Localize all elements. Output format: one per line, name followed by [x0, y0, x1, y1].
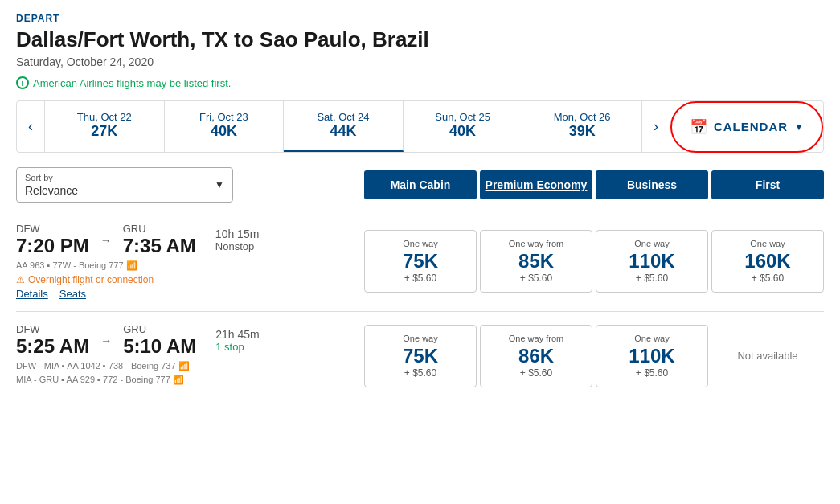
date-price-2: 44K: [290, 123, 396, 140]
flight-row-0-inner: DFW 7:20 PM → GRU 7:35 AM 10h 15m Nonsto…: [16, 223, 824, 300]
flight-arrow-0: →: [100, 234, 112, 247]
flight-depart-code-0: DFW: [16, 223, 89, 235]
sort-caret-icon: ▼: [215, 179, 224, 191]
date-nav-item-2[interactable]: Sat, Oct 24 44K: [284, 101, 404, 152]
price-cell-0-1[interactable]: One way from 85K + $5.60: [480, 230, 592, 293]
flight-row-0: DFW 7:20 PM → GRU 7:35 AM 10h 15m Nonsto…: [16, 211, 824, 311]
flight-duration-1: 21h 45m: [215, 328, 259, 341]
price-cell-1-1[interactable]: One way from 86K + $5.60: [480, 325, 592, 387]
date-label-3: Sun, Oct 25: [410, 111, 516, 123]
flight-arrive-block-0: GRU 7:35 AM: [123, 223, 196, 257]
flight-duration-col-0: 10h 15m Nonstop: [215, 227, 259, 252]
flight-duration-col-1: 21h 45m 1 stop: [215, 328, 259, 353]
price-cells-0: One way 75K + $5.60 One way from 85K + $…: [364, 230, 824, 293]
flight-seats-link-0[interactable]: Seats: [59, 288, 86, 300]
price-fee-0-3: + $5.60: [719, 272, 817, 284]
date-label-1: Fri, Oct 23: [171, 111, 277, 123]
price-label-1-0: One way: [371, 334, 469, 343]
date-price-0: 27K: [51, 123, 158, 140]
price-fee-0-0: + $5.60: [371, 272, 469, 284]
date-nav-bar: ‹ Thu, Oct 22 27K Fri, Oct 23 40K Sat, O…: [16, 100, 824, 153]
price-fee-1-1: + $5.60: [487, 367, 585, 379]
flight-info-row-1a: DFW - MIA ▪ AA 1042 ▪ 738 - Boeing 737 📶: [16, 361, 362, 371]
route-title: Dallas/Fort Worth, TX to Sao Paulo, Braz…: [16, 27, 824, 52]
flight-arrive-time-1: 5:10 AM: [123, 335, 196, 358]
price-fee-1-0: + $5.60: [371, 367, 469, 379]
flight-row-1: DFW 5:25 AM → GRU 5:10 AM 21h 45m 1 stop…: [16, 311, 824, 400]
flight-row-1-inner: DFW 5:25 AM → GRU 5:10 AM 21h 45m 1 stop…: [16, 323, 824, 388]
calendar-button[interactable]: 📅 CALENDAR ▼: [670, 101, 823, 152]
cabin-business-button[interactable]: Business: [596, 170, 708, 199]
date-nav-item-0[interactable]: Thu, Oct 22 27K: [45, 101, 165, 152]
flight-details-link-0[interactable]: Details: [16, 288, 48, 300]
price-fee-0-2: + $5.60: [603, 272, 701, 284]
sort-select[interactable]: Sort by Relevance ▼: [16, 167, 233, 203]
flight-info-row-1b: MIA - GRU ▪ AA 929 ▪ 772 - Boeing 777 📶: [16, 375, 362, 385]
flight-arrow-1: →: [100, 334, 112, 347]
date-label-4: Mon, Oct 26: [529, 111, 635, 123]
price-label-0-3: One way: [719, 239, 817, 248]
price-amount-1-2: 110K: [603, 345, 701, 367]
price-fee-1-2: + $5.60: [603, 367, 701, 379]
date-price-3: 40K: [410, 123, 516, 140]
info-icon: i: [16, 76, 29, 89]
price-amount-0-1: 85K: [487, 250, 585, 272]
date-nav-next-arrow[interactable]: ›: [641, 101, 670, 152]
flight-depart-time-1: 5:25 AM: [16, 335, 89, 358]
date-label-2: Sat, Oct 24: [290, 111, 396, 123]
flight-warning-0: ⚠ Overnight flight or connection: [16, 274, 362, 285]
price-amount-0-0: 75K: [371, 250, 469, 272]
page-container: DEPART Dallas/Fort Worth, TX to Sao Paul…: [0, 0, 840, 412]
date-nav-dates: Thu, Oct 22 27K Fri, Oct 23 40K Sat, Oct…: [45, 101, 641, 152]
date-nav-item-1[interactable]: Fri, Oct 23 40K: [165, 101, 285, 152]
flight-info-row-0: AA 963 ▪ 77W - Boeing 777 📶: [16, 260, 362, 271]
flight-left-1: DFW 5:25 AM → GRU 5:10 AM 21h 45m 1 stop…: [16, 323, 362, 388]
aa-notice: i American Airlines flights may be liste…: [16, 76, 824, 89]
date-price-4: 39K: [529, 123, 635, 140]
price-fee-0-1: + $5.60: [487, 272, 585, 284]
calendar-label: CALENDAR: [714, 120, 788, 133]
date-nav-prev-arrow[interactable]: ‹: [17, 101, 45, 152]
price-label-1-2: One way: [603, 334, 701, 343]
date-label-0: Thu, Oct 22: [51, 111, 158, 123]
price-amount-0-3: 160K: [719, 250, 817, 272]
calendar-icon: 📅: [690, 118, 707, 136]
price-label-0-2: One way: [603, 239, 701, 248]
price-cell-0-3[interactable]: One way 160K + $5.60: [711, 230, 824, 293]
flight-depart-time-0: 7:20 PM: [16, 235, 89, 257]
price-cell-1-2[interactable]: One way 110K + $5.60: [596, 325, 708, 387]
sort-select-value: Relevance: [25, 184, 78, 197]
price-label-0-1: One way from: [487, 239, 585, 248]
sort-select-label: Sort by: [25, 173, 78, 182]
not-available-text-1-3: Not available: [737, 350, 797, 362]
price-amount-1-0: 75K: [371, 345, 469, 367]
cabin-headers: Main Cabin Premium Economy Business Firs…: [364, 170, 824, 199]
flight-warning-text-0: Overnight flight or connection: [28, 274, 154, 285]
price-cell-1-0[interactable]: One way 75K + $5.60: [364, 325, 477, 387]
date-price-1: 40K: [171, 123, 277, 140]
controls-row: Sort by Relevance ▼ Main Cabin Premium E…: [16, 167, 824, 203]
price-cell-0-0[interactable]: One way 75K + $5.60: [364, 230, 477, 293]
cabin-first-button[interactable]: First: [711, 170, 824, 199]
date-nav-item-4[interactable]: Mon, Oct 26 39K: [522, 101, 641, 152]
flight-stops-1: 1 stop: [215, 341, 259, 353]
flight-left-0: DFW 7:20 PM → GRU 7:35 AM 10h 15m Nonsto…: [16, 223, 362, 300]
price-cells-1: One way 75K + $5.60 One way from 86K + $…: [364, 325, 824, 387]
price-cell-1-3: Not available: [711, 325, 824, 387]
flight-depart-block-1: DFW 5:25 AM: [16, 323, 89, 358]
cabin-main-cabin-button[interactable]: Main Cabin: [364, 170, 477, 199]
flight-links-0: Details Seats: [16, 288, 362, 300]
price-amount-0-2: 110K: [603, 250, 701, 272]
price-label-1-1: One way from: [487, 334, 585, 343]
route-date: Saturday, October 24, 2020: [16, 55, 824, 68]
flight-arrive-code-1: GRU: [123, 323, 196, 335]
cabin-premium-economy-button[interactable]: Premium Economy: [480, 170, 592, 199]
price-amount-1-1: 86K: [487, 345, 585, 367]
flight-depart-block-0: DFW 7:20 PM: [16, 223, 89, 257]
sort-select-content: Sort by Relevance: [25, 173, 78, 197]
flight-arrive-block-1: GRU 5:10 AM: [123, 323, 196, 358]
price-cell-0-2[interactable]: One way 110K + $5.60: [596, 230, 708, 293]
date-nav-item-3[interactable]: Sun, Oct 25 40K: [404, 101, 523, 152]
calendar-caret-icon: ▼: [794, 121, 804, 133]
flight-depart-code-1: DFW: [16, 323, 89, 335]
